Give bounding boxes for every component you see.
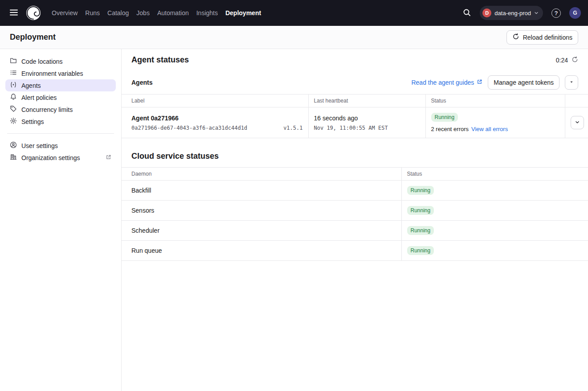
hamburger-menu-button[interactable] [6, 5, 21, 21]
column-header-actions [565, 95, 588, 107]
building-icon [10, 153, 17, 162]
top-navigation: Overview Runs Catalog Jobs Automation In… [0, 0, 588, 26]
primary-nav: Overview Runs Catalog Jobs Automation In… [52, 9, 261, 16]
sidebar-item-organization-settings[interactable]: Organization settings [5, 152, 116, 164]
manage-agent-tokens-label: Manage agent tokens [494, 79, 554, 86]
sidebar-item-settings[interactable]: Settings [5, 115, 116, 128]
topnav-right-group: D data-eng-prod ? G [460, 5, 581, 21]
agent-status-cell: Running 2 recent errors View all errors [425, 107, 565, 138]
agent-uuid: 0a271966-de67-4043-a3f6-aca31dc44d1d [131, 125, 247, 131]
agent-label-cell: Agent 0a271966 0a271966-de67-4043-a3f6-a… [122, 107, 308, 138]
sidebar-item-alert-policies[interactable]: Alert policies [5, 91, 116, 103]
view-all-errors-link[interactable]: View all errors [471, 126, 508, 132]
nav-deployment[interactable]: Deployment [225, 9, 261, 16]
deployment-badge: D [482, 8, 491, 17]
service-row-scheduler: Scheduler Running [122, 221, 588, 241]
refresh-timer: 0:24 [556, 56, 578, 64]
sidebar-item-label: Agents [21, 82, 41, 89]
agents-icon [10, 81, 17, 90]
agent-name: Agent 0a271966 [131, 115, 303, 122]
daemon-name: Run queue [122, 241, 401, 261]
sidebar-item-label: Alert policies [21, 94, 57, 101]
nav-insights[interactable]: Insights [196, 9, 218, 16]
sidebar-item-label: Concurrency limits [21, 106, 73, 113]
sidebar-item-label: Settings [21, 118, 44, 125]
agent-expand-button[interactable] [571, 116, 584, 129]
refresh-icon[interactable] [572, 56, 578, 64]
status-badge: Running [407, 206, 434, 215]
daemon-status-cell: Running [401, 241, 588, 261]
external-link-icon [477, 79, 482, 86]
column-header-status: Status [401, 168, 588, 181]
column-header-last-heartbeat: Last heartbeat [308, 95, 425, 107]
nav-runs[interactable]: Runs [85, 9, 100, 16]
reload-definitions-label: Reload definitions [523, 34, 572, 41]
chevron-down-icon [534, 10, 539, 16]
heartbeat-relative: 16 seconds ago [314, 115, 420, 122]
sidebar-item-label: User settings [21, 142, 58, 149]
agent-guides-label: Read the agent guides [411, 79, 474, 86]
services-table-header-row: Daemon Status [122, 168, 588, 181]
column-header-label: Label [122, 95, 308, 107]
main-content: Agent statuses 0:24 Agents Read the agen… [122, 49, 588, 391]
page-title: Deployment [10, 33, 56, 42]
daemon-name: Scheduler [122, 221, 401, 241]
agents-subheader: Agents Read the agent guides Manage agen… [131, 75, 578, 90]
gear-icon [10, 117, 17, 126]
manage-agent-tokens-button[interactable]: Manage agent tokens [488, 75, 559, 90]
search-icon [462, 8, 471, 18]
sidebar-item-user-settings[interactable]: User settings [5, 140, 116, 152]
column-header-daemon: Daemon [122, 168, 401, 181]
agent-guides-link[interactable]: Read the agent guides [411, 79, 482, 86]
layout: Code locations Environment variables [0, 49, 588, 391]
tag-icon [10, 105, 17, 114]
sidebar-item-concurrency-limits[interactable]: Concurrency limits [5, 103, 116, 115]
sidebar-item-label: Environment variables [21, 70, 83, 77]
sidebar-item-code-locations[interactable]: Code locations [5, 55, 116, 67]
sidebar-item-label: Organization settings [21, 154, 101, 161]
status-badge: Running [407, 226, 434, 235]
agent-statuses-title: Agent statuses [131, 55, 189, 65]
service-row-run-queue: Run queue Running [122, 241, 588, 261]
user-avatar[interactable]: G [569, 7, 581, 19]
daemon-status-cell: Running [401, 201, 588, 221]
refresh-countdown: 0:24 [556, 57, 568, 64]
nav-automation[interactable]: Automation [157, 9, 189, 16]
agents-more-actions-button[interactable] [565, 75, 578, 90]
page-header: Deployment Reload definitions [0, 26, 588, 49]
agents-table: Label Last heartbeat Status Agent 0a2719… [122, 94, 588, 138]
caret-down-icon [569, 79, 574, 86]
agent-statuses-header: Agent statuses 0:24 [131, 55, 578, 65]
agents-subtitle: Agents [131, 79, 152, 86]
column-header-status: Status [425, 95, 565, 107]
reload-icon [512, 33, 519, 41]
nav-jobs[interactable]: Jobs [136, 9, 150, 16]
cloud-service-statuses-title: Cloud service statuses [131, 152, 578, 161]
deployment-switcher[interactable]: D data-eng-prod [480, 6, 543, 20]
daemon-name: Backfill [122, 181, 401, 201]
dagster-logo[interactable] [26, 5, 41, 21]
status-badge: Running [407, 246, 434, 255]
service-row-sensors: Sensors Running [122, 201, 588, 221]
sidebar-item-label: Code locations [21, 58, 63, 65]
app: Overview Runs Catalog Jobs Automation In… [0, 0, 588, 391]
search-button[interactable] [460, 5, 474, 21]
deployment-sidebar: Code locations Environment variables [0, 49, 122, 391]
folder-icon [10, 57, 17, 66]
agent-actions-cell [565, 107, 588, 138]
reload-definitions-button[interactable]: Reload definitions [506, 30, 578, 45]
status-badge: Running [431, 113, 458, 122]
help-icon: ? [551, 8, 561, 18]
sidebar-item-agents[interactable]: Agents [5, 79, 116, 91]
environment-variables-icon [10, 69, 17, 78]
agents-table-header-row: Label Last heartbeat Status [122, 95, 588, 107]
help-button[interactable]: ? [549, 6, 564, 21]
external-link-icon [106, 154, 111, 161]
person-icon [10, 141, 17, 150]
sidebar-item-environment-variables[interactable]: Environment variables [5, 67, 116, 79]
chevron-down-icon [574, 119, 580, 127]
status-badge: Running [407, 186, 434, 195]
nav-overview[interactable]: Overview [52, 9, 78, 16]
bell-icon [10, 93, 17, 102]
nav-catalog[interactable]: Catalog [107, 9, 129, 16]
